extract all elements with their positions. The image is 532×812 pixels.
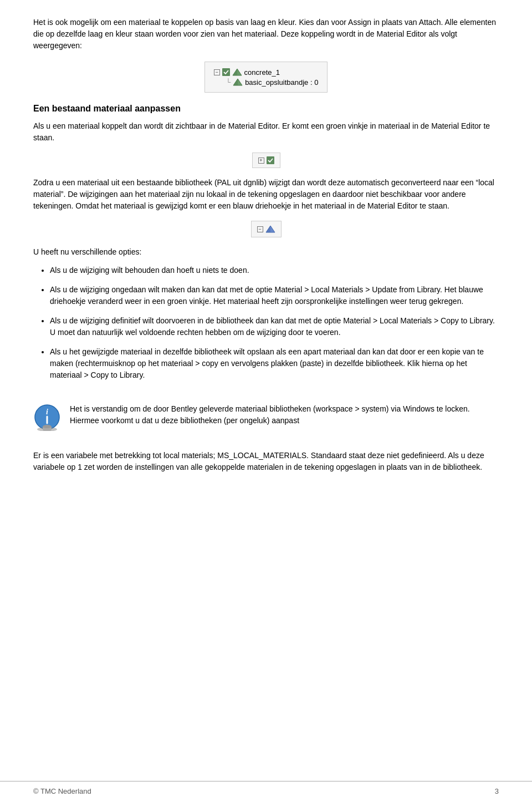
tree-connector: └: [226, 78, 231, 86]
bullet-item-2: Als u de wijziging ongedaan wilt maken d…: [50, 284, 499, 307]
intro-paragraph: Het is ook mogelijk om een materiaal te …: [33, 17, 499, 52]
child-label: basic_opsluitbandje : 0: [245, 78, 318, 87]
bullet-item-1: Als u de wijziging wilt behouden dan hoe…: [50, 265, 499, 276]
material-shape-icon: [232, 68, 242, 77]
check-box-icon: [267, 156, 274, 164]
para4: U heeft nu verschillende opties:: [33, 246, 499, 258]
section-title: Een bestaand materiaal aanpassen: [33, 104, 499, 114]
bullet-item-3: Als u de wijziging definitief wilt doorv…: [50, 315, 499, 338]
footer-copyright: © TMC Nederland: [33, 787, 91, 795]
page-content: Het is ook mogelijk om een materiaal te …: [0, 0, 532, 524]
blue-triangle-icon: [265, 225, 275, 234]
plus-box-icon: +: [258, 158, 264, 164]
svg-point-11: [43, 425, 52, 428]
para3: Zodra u een materiaal uit een bestaande …: [33, 177, 499, 212]
blue-triangle-image-block: −: [33, 221, 499, 237]
plus-check-icon-display: +: [252, 153, 280, 168]
material-child-row: └ basic_opsluitbandje : 0: [226, 78, 319, 87]
bullet-item-4: Als u het gewijzigde materiaal in dezelf…: [50, 346, 499, 381]
info-icon: i: [33, 403, 61, 431]
material-row-concrete: − concrete_1: [214, 68, 319, 77]
svg-text:i: i: [46, 408, 48, 416]
para2: Als u een materiaal koppelt dan wordt di…: [33, 120, 499, 144]
info-text: Het is verstandig om de door Bentley gel…: [70, 403, 499, 427]
options-list: Als u de wijziging wilt behouden dan hoe…: [50, 265, 499, 381]
collapse-icon: −: [214, 69, 220, 75]
green-check-image-block: +: [33, 153, 499, 168]
footer-page-number: 3: [495, 787, 499, 795]
material-editor-image: − concrete_1 └ basic_opsluitbandje : 0: [33, 62, 499, 93]
concrete-label: concrete_1: [244, 68, 280, 77]
blue-triangle-icon-display: −: [251, 221, 282, 237]
page-footer: © TMC Nederland 3: [0, 781, 532, 801]
para5: Er is een variabele met betrekking tot l…: [33, 450, 499, 473]
minus-box-icon: −: [257, 226, 263, 232]
info-box: i Het is verstandig om de door Bentley g…: [33, 398, 499, 439]
child-shape-icon: [233, 78, 243, 87]
green-check-icon: [222, 68, 230, 76]
